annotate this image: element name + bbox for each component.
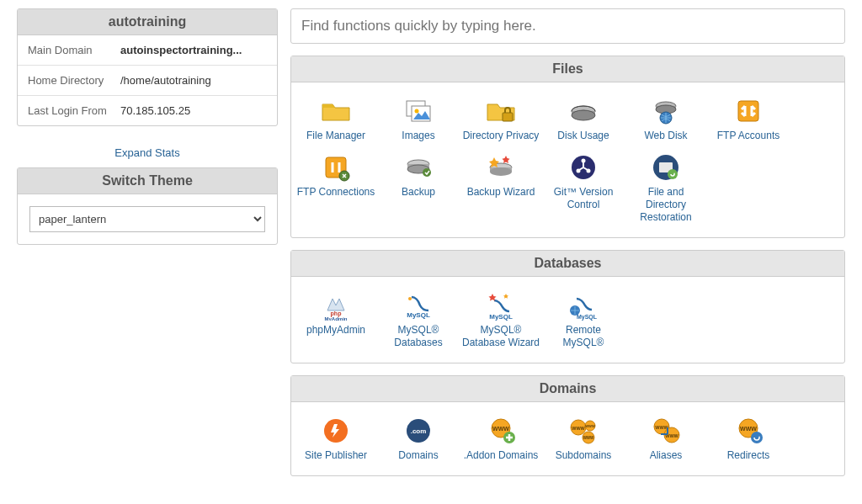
ftp-accounts-icon bbox=[732, 96, 765, 126]
item-label: Redirects bbox=[709, 449, 788, 462]
item-label: Git™ Version Control bbox=[544, 186, 623, 211]
switch-theme-title: Switch Theme bbox=[18, 168, 277, 194]
info-value: autoinspectortraining... bbox=[120, 44, 267, 56]
item-label: File and Directory Restoration bbox=[626, 186, 705, 224]
redirects-icon: WWW bbox=[732, 416, 765, 446]
git-icon bbox=[567, 152, 600, 183]
backup-wiz-icon bbox=[484, 152, 518, 183]
item-label: .Addon Domains bbox=[461, 449, 540, 462]
domains-item[interactable]: .comDomains bbox=[377, 411, 460, 467]
svg-point-22 bbox=[490, 167, 512, 176]
git-item[interactable]: Git™ Version Control bbox=[542, 147, 625, 229]
theme-select[interactable]: paper_lantern bbox=[29, 206, 265, 232]
expand-stats-link[interactable]: Expand Stats bbox=[17, 138, 278, 167]
svg-rect-13 bbox=[738, 101, 758, 121]
mysql-remote-item[interactable]: MySQLRemote MySQL® bbox=[542, 285, 625, 354]
addon-icon: WWW bbox=[484, 416, 518, 446]
svg-text:WWW: WWW bbox=[572, 426, 585, 431]
item-label: Disk Usage bbox=[544, 130, 623, 142]
webdisk-icon bbox=[649, 96, 683, 126]
svg-point-2 bbox=[415, 109, 419, 114]
mysql-icon: MySQL bbox=[402, 290, 435, 321]
info-value: 70.185.105.25 bbox=[120, 104, 267, 117]
domains-header: Domains bbox=[291, 376, 844, 402]
search-input[interactable] bbox=[290, 8, 845, 44]
item-label: File Manager bbox=[296, 130, 375, 142]
publisher-item[interactable]: Site Publisher bbox=[295, 411, 377, 467]
aliases-item[interactable]: WWWWWWAliases bbox=[625, 411, 707, 467]
folder-lock-icon bbox=[484, 96, 518, 126]
mysql-item[interactable]: MySQLMySQL® Databases bbox=[377, 285, 460, 354]
restore-icon bbox=[649, 152, 683, 183]
databases-header: Databases bbox=[291, 251, 844, 277]
domains-icon: .com bbox=[402, 416, 435, 446]
folder-icon bbox=[319, 96, 353, 126]
aliases-icon: WWWWWW bbox=[649, 416, 683, 446]
info-value: /home/autotraining bbox=[120, 74, 267, 87]
redirects-item[interactable]: WWWRedirects bbox=[707, 411, 790, 467]
svg-point-24 bbox=[582, 159, 586, 163]
account-title: autotraining bbox=[18, 9, 277, 35]
item-label: FTP Connections bbox=[296, 186, 375, 199]
restore-item[interactable]: File and Directory Restoration bbox=[625, 147, 707, 229]
folder-item[interactable]: File Manager bbox=[295, 91, 377, 147]
backup-item[interactable]: Backup bbox=[377, 147, 460, 229]
svg-point-8 bbox=[572, 110, 595, 120]
item-label: Directory Privacy bbox=[461, 130, 540, 142]
svg-text:.com: .com bbox=[411, 427, 427, 435]
mysql-remote-icon: MySQL bbox=[567, 290, 600, 321]
item-label: Remote MySQL® bbox=[544, 324, 623, 349]
info-label: Main Domain bbox=[28, 44, 120, 56]
svg-rect-3 bbox=[503, 113, 513, 121]
item-label: Backup Wizard bbox=[461, 186, 540, 199]
svg-text:MySQL: MySQL bbox=[489, 313, 513, 321]
item-label: MySQL® Database Wizard bbox=[461, 324, 540, 349]
account-info-panel: autotraining Main Domainautoinspectortra… bbox=[17, 8, 278, 126]
info-label: Home Directory bbox=[28, 74, 120, 87]
svg-text:WWW: WWW bbox=[583, 436, 594, 440]
mysql-wiz-icon: MySQL bbox=[484, 290, 518, 321]
ftp-accounts-item[interactable]: FTP Accounts bbox=[707, 91, 790, 147]
ftp-conn-icon bbox=[319, 152, 353, 183]
addon-item[interactable]: WWW.Addon Domains bbox=[460, 411, 542, 467]
svg-point-32 bbox=[408, 297, 412, 300]
databases-section: Databases phpMyAdminphpMyAdminMySQLMySQL… bbox=[290, 250, 845, 363]
svg-text:MySQL: MySQL bbox=[577, 314, 598, 321]
info-row: Home Directory/home/autotraining bbox=[18, 66, 277, 96]
item-label: Subdomains bbox=[544, 449, 623, 462]
images-item[interactable]: Images bbox=[377, 91, 460, 147]
disk-item[interactable]: Disk Usage bbox=[542, 91, 625, 147]
folder-lock-item[interactable]: Directory Privacy bbox=[460, 91, 542, 147]
phpmyadmin-item[interactable]: phpMyAdminphpMyAdmin bbox=[295, 285, 377, 354]
switch-theme-panel: Switch Theme paper_lantern bbox=[17, 167, 278, 245]
svg-text:MySQL: MySQL bbox=[407, 311, 430, 319]
backup-wiz-item[interactable]: Backup Wizard bbox=[460, 147, 542, 229]
files-header: Files bbox=[291, 56, 844, 82]
ftp-conn-item[interactable]: FTP Connections bbox=[295, 147, 377, 229]
subdomains-item[interactable]: WWWWWWWWWSubdomains bbox=[542, 411, 625, 467]
svg-text:WWW: WWW bbox=[740, 426, 757, 432]
svg-text:MyAdmin: MyAdmin bbox=[325, 316, 348, 321]
item-label: Images bbox=[379, 130, 458, 142]
info-label: Last Login From bbox=[28, 104, 120, 117]
phpmyadmin-icon: phpMyAdmin bbox=[319, 290, 353, 321]
svg-text:WWW: WWW bbox=[585, 424, 595, 428]
mysql-wiz-item[interactable]: MySQLMySQL® Database Wizard bbox=[460, 285, 542, 354]
item-label: phpMyAdmin bbox=[296, 324, 375, 337]
item-label: FTP Accounts bbox=[709, 130, 788, 142]
svg-point-55 bbox=[751, 432, 763, 443]
item-label: MySQL® Databases bbox=[379, 324, 458, 349]
images-icon bbox=[402, 96, 435, 126]
item-label: Backup bbox=[379, 186, 458, 199]
item-label: Domains bbox=[379, 449, 458, 462]
item-label: Site Publisher bbox=[296, 449, 375, 462]
webdisk-item[interactable]: Web Disk bbox=[625, 91, 707, 147]
disk-icon bbox=[567, 96, 600, 126]
files-section: Files File ManagerImagesDirectory Privac… bbox=[290, 56, 845, 238]
svg-text:WWW: WWW bbox=[492, 426, 509, 432]
svg-point-19 bbox=[423, 168, 431, 177]
domains-section: Domains Site Publisher.comDomainsWWW.Add… bbox=[290, 375, 845, 476]
publisher-icon bbox=[319, 416, 353, 446]
svg-point-29 bbox=[668, 169, 678, 179]
info-row: Last Login From70.185.105.25 bbox=[18, 96, 277, 125]
